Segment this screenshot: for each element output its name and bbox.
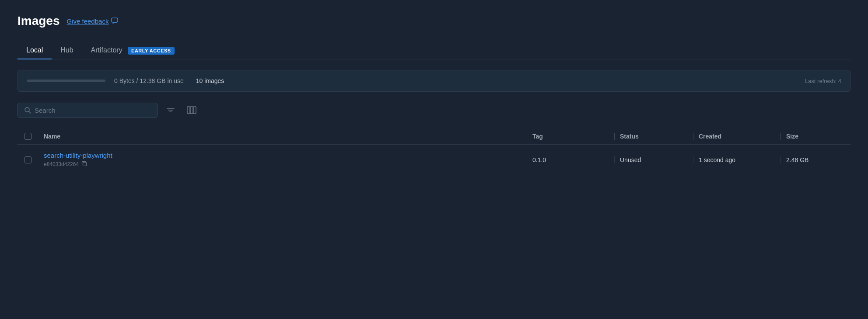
images-count: 10 images bbox=[196, 77, 224, 84]
row-checkbox[interactable] bbox=[24, 156, 32, 163]
copy-icon[interactable] bbox=[81, 161, 87, 168]
select-all-cell bbox=[18, 133, 38, 140]
feedback-link[interactable]: Give feedback bbox=[67, 17, 119, 25]
svg-rect-8 bbox=[193, 107, 196, 114]
storage-text: 0 Bytes / 12.38 GB in use bbox=[114, 77, 184, 84]
table-container: Name Tag Status Created Size search-util… bbox=[18, 128, 850, 175]
svg-rect-0 bbox=[112, 18, 118, 22]
created-cell: 1 second ago bbox=[693, 156, 780, 163]
image-name-link[interactable]: search-utility-playwright bbox=[44, 152, 112, 159]
feedback-icon bbox=[111, 17, 118, 24]
last-refresh: Last refresh: 4 bbox=[805, 78, 841, 84]
feedback-link-label: Give feedback bbox=[67, 17, 109, 25]
svg-rect-7 bbox=[190, 107, 193, 114]
tabs-container: Local Hub Artifactory EARLY ACCESS bbox=[18, 42, 850, 59]
page-header: Images Give feedback bbox=[18, 14, 850, 28]
image-id-row: e84033d42264 bbox=[44, 161, 522, 168]
tab-artifactory[interactable]: Artifactory EARLY ACCESS bbox=[82, 42, 183, 59]
svg-rect-9 bbox=[83, 163, 87, 166]
size-cell: 2.48 GB bbox=[780, 156, 850, 163]
col-header-status: Status bbox=[614, 133, 693, 140]
controls-row bbox=[18, 102, 850, 118]
tab-hub[interactable]: Hub bbox=[52, 42, 82, 59]
select-all-checkbox[interactable] bbox=[24, 133, 32, 140]
table-header: Name Tag Status Created Size bbox=[18, 128, 850, 145]
page-title: Images bbox=[18, 14, 60, 28]
columns-icon bbox=[187, 106, 196, 114]
name-cell: search-utility-playwright e84033d42264 bbox=[38, 152, 527, 168]
early-access-badge: EARLY ACCESS bbox=[128, 47, 175, 55]
status-cell: Unused bbox=[614, 156, 693, 163]
filter-icon bbox=[166, 106, 175, 114]
columns-button[interactable] bbox=[184, 102, 200, 118]
col-header-created: Created bbox=[693, 133, 780, 140]
tag-cell: 0.1.0 bbox=[527, 156, 614, 163]
col-header-size: Size bbox=[780, 133, 850, 140]
search-input[interactable] bbox=[35, 107, 151, 114]
col-header-tag: Tag bbox=[527, 133, 614, 140]
tab-local[interactable]: Local bbox=[18, 42, 52, 59]
svg-line-2 bbox=[29, 111, 31, 113]
filter-button[interactable] bbox=[163, 102, 178, 118]
main-content: Images Give feedback Local Hub Artifacto… bbox=[0, 0, 868, 189]
storage-progress-bar bbox=[27, 80, 105, 82]
row-checkbox-cell bbox=[18, 156, 38, 163]
image-id: e84033d42264 bbox=[44, 161, 79, 167]
table-row: search-utility-playwright e84033d42264 0… bbox=[18, 145, 850, 175]
search-icon bbox=[24, 107, 31, 114]
search-box[interactable] bbox=[18, 103, 158, 118]
storage-bar-section: 0 Bytes / 12.38 GB in use 10 images Last… bbox=[18, 70, 850, 92]
svg-rect-6 bbox=[187, 107, 190, 114]
col-header-name: Name bbox=[38, 133, 527, 140]
